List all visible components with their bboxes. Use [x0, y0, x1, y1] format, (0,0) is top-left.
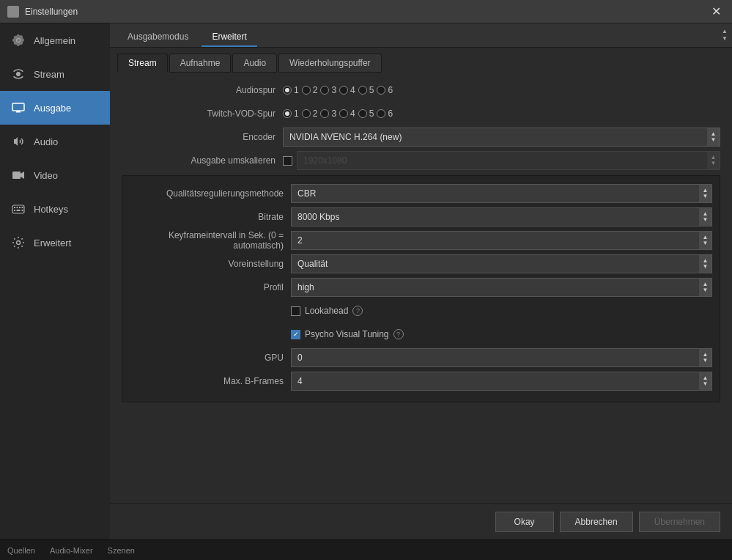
profil-dropdown[interactable]: high ▲ ▼ [291, 278, 712, 297]
qualitaet-label: Qualitätsregulierungsmethode [130, 188, 291, 199]
keyframe-spinner[interactable]: ▲ ▼ [699, 231, 712, 250]
ausgabe-umskalieren-label: Ausgabe umskalieren [122, 155, 283, 166]
radio-circle-1[interactable] [283, 86, 292, 95]
svg-rect-5 [12, 205, 24, 213]
twitch-vod-radio-3[interactable]: 3 [320, 108, 336, 119]
voreinstellung-dropdown[interactable]: Qualität ▲ ▼ [291, 254, 712, 273]
video-icon [10, 167, 26, 183]
tab-ausgabemodus[interactable]: Ausgabemodus [117, 28, 199, 47]
lookahead-checkbox-item[interactable]: Lookahead [291, 306, 348, 316]
sidebar-label-audio: Audio [34, 136, 58, 147]
bottom-bar: Okay Abbrechen Übernehmen [110, 503, 732, 539]
lookahead-help-icon[interactable]: ? [352, 306, 363, 316]
audiospur-row: Audiospur 1 2 [122, 80, 720, 100]
radio-circle-6[interactable] [377, 86, 385, 95]
radio-circle-2[interactable] [302, 86, 311, 95]
radio-circle-5[interactable] [358, 86, 367, 95]
bitrate-spinner[interactable]: ▲ ▼ [699, 207, 712, 226]
tab-aufnahme[interactable]: Aufnahme [169, 54, 232, 73]
profil-label: Profil [130, 282, 291, 292]
sidebar-item-video[interactable]: Video [0, 158, 110, 192]
okay-button[interactable]: Okay [495, 512, 554, 532]
twitch-vod-radio-4[interactable]: 4 [339, 108, 355, 119]
audiospur-radio-group: 1 2 3 4 [283, 85, 393, 95]
sidebar-item-audio[interactable]: Audio [0, 125, 110, 158]
sidebar-item-allgemein[interactable]: Allgemein [0, 23, 110, 57]
lookahead-control: Lookahead ? [291, 306, 712, 316]
vod-radio-circle-2[interactable] [302, 109, 311, 118]
sidebar-item-ausgabe[interactable]: Ausgabe [0, 91, 110, 125]
vod-radio-circle-1[interactable] [283, 109, 292, 118]
profil-control: high ▲ ▼ [291, 278, 712, 297]
encoder-row: Encoder NVIDIA NVENC H.264 (new) ▲ ▼ [122, 127, 720, 147]
tab-wiederholungspuffer[interactable]: Wiederholungspuffer [278, 54, 382, 73]
max-bframes-spinner[interactable]: ▲ ▼ [699, 372, 712, 391]
encoder-dropdown[interactable]: NVIDIA NVENC H.264 (new) ▲ ▼ [283, 128, 720, 147]
psycho-help-icon[interactable]: ? [393, 329, 404, 339]
keyframe-dropdown[interactable]: 2 ▲ ▼ [291, 231, 712, 250]
audiospur-radio-2[interactable]: 2 [302, 85, 318, 95]
tab-stream[interactable]: Stream [117, 54, 168, 73]
profil-spinner[interactable]: ▲ ▼ [699, 278, 712, 297]
ausgabe-umskalieren-row: Ausgabe umskalieren 1920x1080 ▲ ▼ [122, 150, 720, 171]
output-icon [10, 100, 26, 116]
twitch-vod-radio-1[interactable]: 1 [283, 108, 299, 119]
sidebar-label-video: Video [34, 170, 58, 181]
voreinstellung-control: Qualität ▲ ▼ [291, 254, 712, 273]
psycho-checkbox-item[interactable]: Psycho Visual Tuning [291, 329, 389, 339]
taskbar-audio-mixer: Audio-Mixer [50, 546, 93, 555]
vod-radio-circle-5[interactable] [358, 109, 367, 118]
twitch-vod-radio-2[interactable]: 2 [302, 108, 318, 119]
keyframe-row: Keyframeintervall in Sek. (0 = automatis… [122, 230, 720, 251]
taskbar-quellen: Quellen [7, 546, 35, 555]
sidebar-item-hotkeys[interactable]: Hotkeys [0, 192, 110, 226]
vod-radio-circle-3[interactable] [320, 109, 329, 118]
radio-circle-4[interactable] [339, 86, 348, 95]
qualitaet-row: Qualitätsregulierungsmethode CBR ▲ ▼ [122, 183, 720, 204]
tab-erweitert-top[interactable]: Erweitert [202, 28, 256, 47]
ausgabe-umskalieren-spinner[interactable]: ▲ ▼ [707, 151, 720, 170]
abbrechen-button[interactable]: Abbrechen [560, 512, 633, 532]
twitch-vod-radio-6[interactable]: 6 [377, 108, 393, 119]
ausgabe-umskalieren-dropdown[interactable]: 1920x1080 ▲ ▼ [297, 151, 720, 170]
audiospur-radio-1[interactable]: 1 [283, 85, 299, 95]
keyboard-icon [10, 201, 26, 217]
sidebar-item-erweitert[interactable]: Erweitert [0, 226, 110, 259]
audiospur-radio-4[interactable]: 4 [339, 85, 355, 95]
psycho-row: Psycho Visual Tuning ? [284, 324, 720, 345]
audiospur-radio-5[interactable]: 5 [358, 85, 374, 95]
gpu-spinner[interactable]: ▲ ▼ [699, 348, 712, 367]
profil-row: Profil high ▲ ▼ [122, 277, 720, 298]
max-bframes-dropdown[interactable]: 4 ▲ ▼ [291, 372, 712, 391]
gpu-dropdown[interactable]: 0 ▲ ▼ [291, 348, 712, 367]
top-tab-arrows[interactable]: ▲ ▼ [722, 29, 728, 42]
svg-rect-6 [14, 207, 15, 208]
voreinstellung-spinner[interactable]: ▲ ▼ [699, 254, 712, 273]
audiospur-radio-3[interactable]: 3 [320, 85, 336, 95]
bitrate-dropdown[interactable]: 8000 Kbps ▲ ▼ [291, 207, 712, 226]
keyframe-control: 2 ▲ ▼ [291, 231, 712, 250]
twitch-vod-radio-5[interactable]: 5 [358, 108, 374, 119]
encoder-spinner[interactable]: ▲ ▼ [707, 128, 720, 147]
twitch-vod-controls: 1 2 3 4 [283, 108, 720, 119]
lookahead-checkbox[interactable] [291, 306, 300, 316]
tab-audio[interactable]: Audio [232, 54, 277, 73]
voreinstellung-label: Voreinstellung [130, 259, 291, 269]
radio-circle-3[interactable] [320, 86, 329, 95]
psycho-checkbox[interactable] [291, 330, 300, 339]
bitrate-row: Bitrate 8000 Kbps ▲ ▼ [122, 207, 720, 227]
vod-radio-circle-4[interactable] [339, 109, 348, 118]
audiospur-radio-6[interactable]: 6 [377, 85, 393, 95]
qualitaet-spinner[interactable]: ▲ ▼ [699, 184, 712, 203]
sidebar-item-stream[interactable]: Stream [0, 57, 110, 91]
ausgabe-umskalieren-checkbox[interactable] [283, 156, 292, 166]
vod-radio-circle-6[interactable] [377, 109, 385, 118]
uebernehmen-button[interactable]: Übernehmen [639, 512, 720, 532]
close-button[interactable]: ✕ [707, 3, 725, 21]
svg-point-0 [16, 72, 21, 76]
sub-tabs: Stream Aufnahme Audio Wiederholungspuffe… [110, 48, 732, 73]
sidebar-label-ausgabe: Ausgabe [34, 103, 71, 114]
voreinstellung-row: Voreinstellung Qualität ▲ ▼ [122, 254, 720, 274]
voreinstellung-value: Qualität [291, 254, 699, 273]
qualitaet-dropdown[interactable]: CBR ▲ ▼ [291, 184, 712, 203]
